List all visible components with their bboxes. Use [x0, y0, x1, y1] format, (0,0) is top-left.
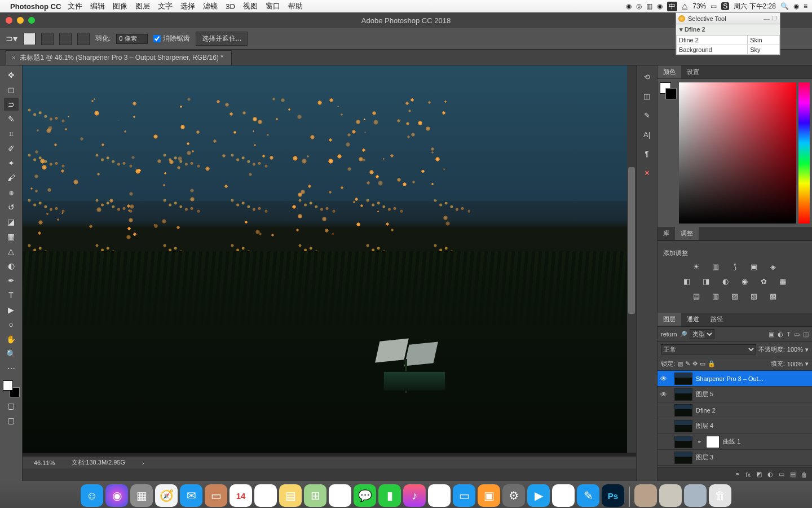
- blend-mode-select[interactable]: 正常: [661, 344, 756, 354]
- app-name[interactable]: Photoshop CC: [10, 2, 61, 11]
- menu-3d[interactable]: 3D: [226, 2, 235, 11]
- brush-tool[interactable]: 🖌: [4, 172, 19, 184]
- antialias-checkbox[interactable]: 消除锯齿: [153, 34, 190, 43]
- bw-icon[interactable]: ◨: [700, 277, 712, 286]
- layer-thumbnail[interactable]: [674, 452, 692, 464]
- feather-input[interactable]: [116, 34, 148, 44]
- selective-cell[interactable]: Skin: [748, 36, 780, 45]
- mic-status-icon[interactable]: ◉: [657, 2, 663, 10]
- adj-icon[interactable]: ◐: [767, 471, 773, 478]
- quick-mask-icon[interactable]: ▢: [4, 400, 19, 412]
- bars-status-icon[interactable]: ▥: [646, 2, 652, 10]
- wifi-icon[interactable]: ⧋: [682, 2, 688, 10]
- clock[interactable]: 周六 下午2:28: [734, 2, 776, 11]
- screen-mode-icon[interactable]: ▢: [4, 414, 19, 427]
- layer-row[interactable]: ⚭曲线 1: [657, 434, 812, 450]
- marquee-tool[interactable]: ◻: [4, 84, 19, 96]
- new-icon[interactable]: ▤: [790, 471, 796, 478]
- lut-icon[interactable]: ▦: [777, 277, 788, 286]
- levels-icon[interactable]: ▥: [710, 262, 721, 271]
- antialias-check[interactable]: [153, 35, 161, 42]
- selective-cell[interactable]: Sky: [748, 45, 780, 55]
- patch-tool[interactable]: ✦: [4, 157, 19, 169]
- selective-tool-window[interactable]: Selective Tool — ☐ ▾ Dfine 2 Dfine 2Skin…: [676, 12, 780, 55]
- filter-smart-icon[interactable]: ◫: [803, 331, 809, 338]
- threshold-icon[interactable]: ▨: [729, 291, 740, 300]
- dock-contacts-icon[interactable]: ▭: [205, 484, 227, 507]
- hue-slider[interactable]: [798, 82, 810, 224]
- layer-mask-thumbnail[interactable]: [706, 436, 720, 448]
- stamp-tool[interactable]: ⎈: [4, 186, 19, 199]
- fill-flyout-icon[interactable]: ▾: [805, 360, 809, 367]
- posterize-icon[interactable]: ▥: [710, 291, 721, 300]
- layer-name[interactable]: 图层 5: [696, 390, 810, 398]
- dock-thumb3-icon[interactable]: [684, 484, 707, 507]
- history-panel-icon[interactable]: ⟲: [641, 71, 652, 82]
- menu-file[interactable]: 文件: [68, 1, 82, 11]
- curves-icon[interactable]: ⟆: [729, 262, 740, 271]
- pen-tool[interactable]: ✒: [4, 274, 19, 287]
- menu-window[interactable]: 窗口: [266, 1, 280, 11]
- horizontal-scrollbar[interactable]: [23, 468, 636, 481]
- layer-row[interactable]: Dfine 2: [657, 402, 812, 418]
- cc-status-icon[interactable]: ◎: [636, 2, 642, 10]
- brightness-icon[interactable]: ☀: [691, 262, 702, 271]
- document-tab[interactable]: × 未标题1 @ 46.1% (Sharpener Pro 3 – Output…: [6, 50, 232, 65]
- layer-thumbnail[interactable]: [674, 388, 692, 401]
- layer-thumbnail[interactable]: [674, 420, 692, 432]
- dock-sysprefs-icon[interactable]: ⚙: [502, 484, 525, 507]
- layer-thumbnail[interactable]: [674, 436, 692, 448]
- tab-swatches[interactable]: 设置: [681, 65, 705, 78]
- layer-name[interactable]: Dfine 2: [696, 407, 810, 414]
- dock-pencil-icon[interactable]: ✎: [577, 484, 599, 507]
- layer-thumbnail[interactable]: [674, 404, 692, 417]
- tab-close-icon[interactable]: ×: [12, 54, 15, 61]
- layer-name[interactable]: Sharpener Pro 3 – Out...: [696, 375, 810, 382]
- dock-photos-icon[interactable]: ✿: [329, 484, 351, 507]
- dock-finder-icon[interactable]: ☺: [81, 484, 103, 507]
- dodge-tool[interactable]: ◐: [4, 260, 19, 272]
- dock-safari-icon[interactable]: 🧭: [155, 484, 178, 507]
- shape-tool[interactable]: ○: [4, 318, 19, 331]
- character-panel-icon[interactable]: A|: [641, 129, 652, 140]
- dock-trash-icon[interactable]: 🗑: [709, 484, 731, 507]
- dock-siri-icon[interactable]: ◉: [105, 484, 128, 507]
- layer-row[interactable]: 👁Sharpener Pro 3 – Out...: [657, 371, 812, 387]
- dock-messages-icon[interactable]: 💬: [354, 484, 376, 507]
- opacity-value[interactable]: 100%: [787, 346, 803, 353]
- dock-wechat-icon[interactable]: ●: [552, 484, 575, 507]
- dock-reminders-icon[interactable]: ≣: [254, 484, 277, 507]
- dock-thumb2-icon[interactable]: [659, 484, 682, 507]
- dock-keynote-icon[interactable]: ▭: [453, 484, 475, 507]
- selective-tool-titlebar[interactable]: Selective Tool — ☐: [676, 13, 780, 24]
- menu-layer[interactable]: 图层: [135, 1, 150, 11]
- actions-panel-icon[interactable]: ✎: [641, 110, 652, 121]
- filter-fx-icon[interactable]: ◐: [778, 331, 783, 338]
- navigator-panel-icon[interactable]: ◫: [641, 90, 652, 102]
- opacity-flyout-icon[interactable]: ▾: [805, 346, 809, 353]
- dock-itunes-icon[interactable]: ♪: [403, 484, 426, 507]
- siri-icon[interactable]: ◉: [793, 2, 799, 10]
- layer-name[interactable]: 图层 4: [696, 422, 810, 430]
- dock-ibooks-icon[interactable]: ▣: [478, 484, 500, 507]
- tab-color[interactable]: 颜色: [657, 65, 681, 78]
- lock-pos-icon[interactable]: ✥: [692, 360, 698, 367]
- menu-image[interactable]: 图像: [113, 1, 127, 11]
- photo-filter-icon[interactable]: ◉: [739, 277, 750, 286]
- channel-mixer-icon[interactable]: ✿: [758, 277, 769, 286]
- dock-numbers-icon[interactable]: ▥: [428, 484, 451, 507]
- vibrance-icon[interactable]: ◈: [767, 262, 779, 271]
- battery-icon[interactable]: ▭: [710, 2, 717, 10]
- history-brush-tool[interactable]: ↺: [4, 201, 19, 213]
- filter-image-icon[interactable]: ▣: [769, 331, 774, 338]
- selective-cell[interactable]: Dfine 2: [677, 36, 748, 45]
- notification-icon[interactable]: ≡: [804, 2, 807, 10]
- close-panel-icon[interactable]: ✕: [641, 167, 652, 178]
- dock-notes-icon[interactable]: ▤: [279, 484, 302, 507]
- layer-row[interactable]: 图层 3: [657, 450, 812, 466]
- eraser-tool[interactable]: ◪: [4, 216, 19, 228]
- crop-tool[interactable]: ⌗: [4, 128, 19, 140]
- zoom-value[interactable]: 46.11%: [34, 459, 55, 466]
- layer-row[interactable]: 图层 4: [657, 418, 812, 434]
- edit-toolbar[interactable]: ⋯: [4, 362, 19, 375]
